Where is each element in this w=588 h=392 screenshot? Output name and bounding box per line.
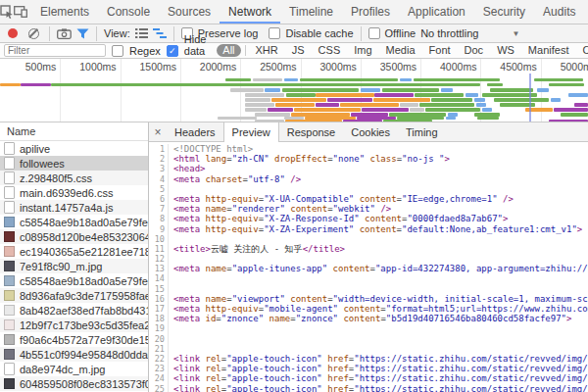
request-row-4b551c0f994e95848d0dda09[interactable]: 4b551c0f994e95848d0dda09... <box>0 347 148 362</box>
waterfall-bar <box>382 88 439 92</box>
code-line: 4<meta charset="utf-8" /> <box>149 174 588 184</box>
request-name: da8e974dc_m.jpg <box>20 364 105 375</box>
request-name: 8ab482aef38ed7fab8bd4314... <box>20 305 148 317</box>
request-row-z-298480f5-css[interactable]: z.298480f5.css <box>0 171 148 185</box>
request-row-7e91f8c90-m-jpg[interactable]: 7e91f8c90_m.jpg <box>0 259 148 273</box>
network-overview-waterfall[interactable]: 500ms1000ms1500ms2000ms2500ms3000ms3500m… <box>0 59 588 122</box>
line-number: 25 <box>149 384 169 392</box>
filter-type-media[interactable]: Media <box>380 44 421 57</box>
request-row-f90a6c4b572a77e9f30de153[interactable]: f90a6c4b572a77e9f30de153... <box>0 332 148 347</box>
waterfall-bar <box>285 120 342 122</box>
throttling-dropdown[interactable]: No throttling ▼ <box>420 27 519 39</box>
code-line: 12 <box>149 254 588 264</box>
tab-elements[interactable]: Elements <box>31 0 98 24</box>
tab-sources[interactable]: Sources <box>159 0 220 24</box>
waterfall-bar <box>383 120 432 122</box>
tab-adblock-plus[interactable]: Adblock Plus <box>584 0 588 24</box>
code-line: 11<title>云嘘 关注的人 - 知乎</title> <box>149 244 588 254</box>
request-row-12b9f7c173be93c5d35fea2d[interactable]: 12b9f7c173be93c5d35fea2d... <box>0 318 148 332</box>
waterfall-bar <box>253 78 282 81</box>
filter-type-img[interactable]: Img <box>348 44 377 57</box>
filter-toggle-icon[interactable] <box>76 28 89 39</box>
request-row-c58548ae9b18ad0a5e79fe4e[interactable]: c58548ae9b18ad0a5e79fe4e... <box>0 273 148 288</box>
request-row-8d936afa9c3de7175958fae5[interactable]: 8d936afa9c3de7175958fae5... <box>0 288 148 303</box>
waterfall-bar <box>574 103 588 107</box>
close-icon[interactable]: × <box>149 122 167 141</box>
view-waterfall-icon[interactable] <box>153 28 167 38</box>
waterfall-bar <box>230 88 264 92</box>
request-row-da8e974dc-m-jpg[interactable]: da8e974dc_m.jpg <box>0 362 148 376</box>
request-list-header[interactable]: Name <box>0 122 148 141</box>
request-row-8ab482aef38ed7fab8bd4314[interactable]: 8ab482aef38ed7fab8bd4314... <box>0 303 148 318</box>
line-number: 4 <box>149 174 169 184</box>
waterfall-bar <box>271 98 326 102</box>
request-row-main-d6939ed6-css[interactable]: main.d6939ed6.css <box>0 185 148 200</box>
request-list-panel: Name apilivefolloweesz.298480f5.cssmain.… <box>0 122 149 392</box>
request-list: apilivefolloweesz.298480f5.cssmain.d6939… <box>0 141 148 391</box>
filter-type-all[interactable]: All <box>217 44 240 57</box>
preview-code-view[interactable]: 1<!DOCTYPE html>2<html lang="zh-CN" drop… <box>149 142 588 392</box>
devtools-tabbar: ElementsConsoleSourcesNetworkTimelinePro… <box>0 0 588 24</box>
detail-tab-preview[interactable]: Preview <box>223 122 279 142</box>
waterfall-bar <box>419 103 474 107</box>
detail-tab-cookies[interactable]: Cookies <box>343 122 398 141</box>
record-button[interactable] <box>8 28 18 38</box>
tab-timeline[interactable]: Timeline <box>280 0 342 24</box>
filter-type-js[interactable]: JS <box>286 44 311 57</box>
tab-security[interactable]: Security <box>474 0 534 24</box>
screenshot-capture-icon[interactable] <box>57 28 72 39</box>
request-row-apilive[interactable]: apilive <box>0 141 148 156</box>
request-type-filters: AllXHRJSCSSImgMediaFontDocWSManifestOthe… <box>217 44 588 57</box>
waterfall-bar <box>414 78 500 81</box>
code-text: <!DOCTYPE html> <box>173 144 253 154</box>
filter-type-font[interactable]: Font <box>423 44 457 57</box>
request-row-c08958d120be4e853230649[interactable]: c08958d120be4e853230649... <box>0 229 148 244</box>
tab-network[interactable]: Network <box>220 0 280 24</box>
detail-tab-headers[interactable]: Headers <box>167 122 223 141</box>
filter-type-doc[interactable]: Doc <box>459 44 490 57</box>
filter-type-xhr[interactable]: XHR <box>250 44 284 57</box>
tab-audits[interactable]: Audits <box>534 0 584 24</box>
view-list-icon[interactable] <box>135 28 148 38</box>
devtools-tabs: ElementsConsoleSourcesNetworkTimelinePro… <box>31 0 588 24</box>
regex-label[interactable]: Regex <box>129 45 161 57</box>
filter-input[interactable] <box>4 44 106 57</box>
name-column-header: Name <box>7 125 35 137</box>
request-row-604859508f08ec8313573f0e7[interactable]: 604859508f08ec8313573f0e7 <box>0 376 148 391</box>
timeline-tick-label: 500ms <box>25 61 61 73</box>
tab-console[interactable]: Console <box>98 0 159 24</box>
tab-profiles[interactable]: Profiles <box>342 0 399 24</box>
offline-checkbox[interactable] <box>368 27 380 39</box>
request-row-ec1940365a5e21281ee71856[interactable]: ec1940365a5e21281ee71856... <box>0 244 148 259</box>
request-name: z.298480f5.css <box>20 172 92 184</box>
waterfall-bar <box>51 83 480 86</box>
disable-cache-label[interactable]: Disable cache <box>285 27 353 39</box>
code-text: <meta id="znonce" name="znonce" content=… <box>173 314 571 323</box>
waterfall-bar <box>466 93 478 97</box>
waterfall-bar <box>431 98 472 102</box>
filter-type-css[interactable]: CSS <box>313 44 347 57</box>
device-toolbar-icon[interactable] <box>14 0 27 24</box>
request-row-c58548ae9b18ad0a5e79fe4e[interactable]: c58548ae9b18ad0a5e79fe4e... <box>0 215 148 229</box>
code-text: <meta http-equiv="X-ZA-Experiment" conte… <box>173 224 582 234</box>
regex-checkbox[interactable] <box>112 45 123 57</box>
detail-tab-timing[interactable]: Timing <box>398 122 446 141</box>
timeline-tick-label: 3500ms <box>380 61 420 73</box>
waterfall-bar <box>284 78 298 81</box>
filter-type-manifest[interactable]: Manifest <box>522 44 575 57</box>
request-row-followees[interactable]: followees <box>0 156 148 171</box>
filter-type-other[interactable]: Other <box>576 44 588 57</box>
clear-button[interactable] <box>28 28 39 39</box>
inspect-element-icon[interactable] <box>0 0 14 24</box>
code-line: 21 <box>149 344 588 354</box>
offline-label[interactable]: Offline <box>385 27 416 39</box>
tab-application[interactable]: Application <box>399 0 474 24</box>
waterfall-bar <box>255 120 284 122</box>
hide-data-urls-checkbox[interactable]: ✓ <box>167 45 178 57</box>
filter-type-ws[interactable]: WS <box>491 44 520 57</box>
detail-tab-response[interactable]: Response <box>279 122 344 141</box>
disable-cache-checkbox[interactable] <box>269 27 280 39</box>
request-row-instant-14757a4a-js[interactable]: instant.14757a4a.js <box>0 200 148 215</box>
code-text: <html lang="zh-CN" dropEffect="none" cla… <box>173 154 450 164</box>
waterfall-bar <box>446 117 456 120</box>
